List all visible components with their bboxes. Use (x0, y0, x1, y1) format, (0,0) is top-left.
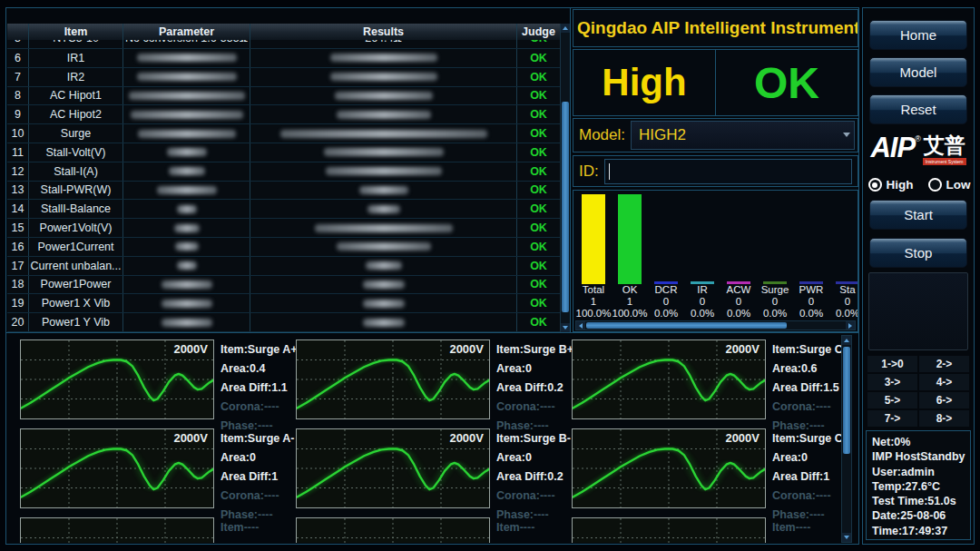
company-title: Qingdao AIP Intelligent Instrument Co.,L (577, 18, 858, 38)
matrix-cell[interactable]: 5-> (867, 392, 917, 408)
table-row[interactable]: 11Stall-Volt(V)OK (7, 143, 560, 162)
table-row[interactable]: 10SurgeOK (7, 124, 560, 143)
home-button[interactable]: Home (869, 20, 967, 50)
model-dropdown[interactable]: HIGH2 (631, 121, 855, 150)
stats-scrollbar[interactable] (575, 320, 856, 330)
scroll-up-arrow-icon[interactable] (561, 24, 570, 33)
scope-area-diff: Area Diff:0.2 (496, 379, 573, 398)
scroll-up-arrow-icon[interactable] (842, 336, 851, 345)
table-row[interactable]: 16Power1CurrentOK (7, 238, 560, 257)
judge-cell: OK (517, 294, 560, 312)
matrix-cell[interactable]: 8-> (919, 410, 969, 427)
stat-bar-area (757, 194, 793, 284)
table-row[interactable]: 18Power1PowerOK (7, 276, 560, 295)
matrix-cell[interactable]: 3-> (867, 374, 917, 390)
stop-button[interactable]: Stop (869, 238, 967, 268)
stat-count: 1 (591, 296, 596, 308)
matrix-cell[interactable]: 4-> (919, 374, 969, 390)
table-scrollbar-thumb[interactable] (562, 102, 569, 312)
scope-panel: 2000VItem:Surge A-Area:0Area Diff:1Coron… (20, 428, 296, 517)
radio-high[interactable]: High (868, 178, 914, 192)
stat-label: Total (583, 284, 604, 296)
chevron-down-icon[interactable] (843, 133, 850, 137)
stats-scrollbar-thumb[interactable] (586, 322, 787, 329)
table-row[interactable]: 6IR1OK (7, 49, 560, 68)
radio-selected-icon[interactable] (868, 178, 882, 192)
scroll-right-arrow-icon[interactable] (846, 321, 855, 330)
results-cell-redacted (250, 294, 517, 312)
scope-info: Item:Surge B+Area:0Area Diff:0.2Corona:-… (496, 339, 573, 428)
registered-mark-icon: ® (915, 134, 921, 143)
scope-item: Item:Surge B+ (496, 340, 573, 359)
waveform-scrollbar[interactable] (841, 335, 852, 543)
reset-button[interactable]: Reset (869, 94, 967, 124)
voltage-label: 2000V (725, 431, 760, 445)
parameter-cell-redacted (123, 105, 250, 123)
parameter-cell-redacted (123, 276, 250, 294)
parameter-cell-redacted (123, 68, 250, 86)
stat-count: 0 (808, 296, 814, 308)
model-row: Model: HIGH2 (573, 118, 858, 153)
radio-unselected-icon[interactable] (928, 178, 942, 192)
scope-area: Area:0 (496, 448, 571, 467)
waveform-chart: 2000V (20, 428, 214, 508)
table-row[interactable]: 19Power1 X VibOK (7, 294, 560, 313)
header-parameter: Parameter (123, 24, 250, 40)
voltage-label: 2000V (725, 342, 760, 356)
matrix-cell[interactable]: 2-> (919, 356, 969, 372)
company-title-box: Qingdao AIP Intelligent Instrument Co.,L (573, 9, 858, 47)
table-row[interactable]: 17Current unbalan...OK (7, 257, 560, 276)
stat-bar-area (575, 194, 612, 284)
parameter-cell-redacted (123, 200, 250, 218)
result-value: OK (754, 58, 819, 108)
scope-item: Item:Surge B- (496, 429, 571, 448)
scope-item: Item:Surge C+ (772, 340, 849, 359)
row-number: 5 (7, 40, 29, 48)
table-row[interactable]: 15Power1Volt(V)OK (7, 219, 560, 238)
scroll-down-arrow-icon[interactable] (561, 323, 570, 332)
waveform-chart: 2000V (572, 428, 766, 508)
waveform-scrollbar-thumb[interactable] (843, 347, 850, 454)
scroll-left-arrow-icon[interactable] (576, 321, 585, 330)
id-input[interactable] (604, 159, 852, 184)
row-number: 8 (7, 87, 29, 105)
table-row[interactable]: 13Stall-PWR(W)OK (7, 182, 560, 201)
table-row[interactable]: 9AC Hipot2OK (7, 105, 560, 124)
item-cell: AC Hipot2 (29, 105, 123, 123)
table-row[interactable]: 7IR2OK (7, 68, 560, 87)
parameter-cell-redacted (123, 87, 250, 105)
judge-cell: OK (517, 49, 560, 67)
stat-label: Surge (761, 284, 789, 296)
model-label: Model: (573, 126, 631, 144)
model-button[interactable]: Model (869, 57, 967, 87)
table-row[interactable]: 12Stall-I(A)OK (7, 162, 560, 182)
table-row[interactable]: 14StallI-BalanceOK (7, 200, 560, 219)
table-row[interactable]: 8AC Hipot1OK (7, 87, 560, 106)
logo-chinese: 艾普 (924, 133, 965, 158)
parameter-cell-redacted (123, 257, 250, 275)
status-time: Time:17:49:37 (872, 524, 970, 538)
stat-count: 1 (627, 296, 632, 308)
judge-cell: OK (517, 219, 560, 237)
row-number: 17 (7, 257, 29, 275)
start-button[interactable]: Start (869, 200, 967, 230)
results-cell-redacted (250, 68, 517, 86)
stat-percent: 0.0% (654, 308, 678, 320)
stat-category: Surge00.0% (757, 194, 793, 320)
scroll-down-arrow-icon[interactable] (842, 533, 851, 542)
judge-cell: OK (517, 257, 560, 275)
radio-low-label: Low (946, 178, 971, 192)
matrix-cell[interactable]: 6-> (919, 392, 969, 408)
results-cell-redacted (250, 162, 517, 181)
matrix-cell[interactable]: 1->0 (867, 356, 917, 372)
table-scrollbar[interactable] (560, 24, 570, 332)
stat-label: PWR (799, 284, 824, 296)
stat-percent: 0.0% (799, 308, 823, 320)
radio-low[interactable]: Low (928, 178, 971, 192)
matrix-cell[interactable]: 7-> (867, 410, 917, 427)
status-net: Net:0% (872, 435, 970, 449)
table-row[interactable]: 20Power1 Y VibOK (7, 313, 560, 332)
status-test-time: Test Time:51.0s (872, 494, 970, 508)
table-row-partial[interactable]: 5 NTC5-10 No conversion 1.6-555Ω 264.4Ω … (7, 40, 560, 49)
header-number (7, 24, 29, 40)
